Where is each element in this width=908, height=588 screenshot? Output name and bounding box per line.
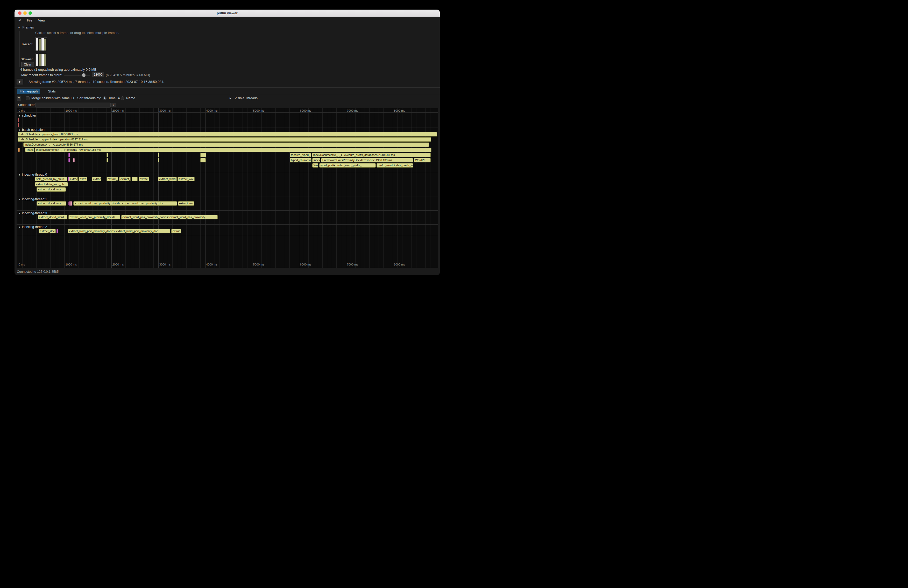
indent-guide xyxy=(19,31,20,67)
scope-span[interactable]: index xyxy=(312,158,320,162)
scope-span[interactable] xyxy=(56,229,58,233)
play-button[interactable]: ▶ xyxy=(16,79,23,84)
clear-button[interactable]: Clear xyxy=(21,62,34,67)
scope-filter-label: Scope filter: xyxy=(18,103,36,107)
close-window-icon[interactable] xyxy=(18,11,21,15)
thread-header-scheduler[interactable]: ▼scheduler xyxy=(18,114,36,117)
max-frames-slider[interactable] xyxy=(64,75,90,76)
scope-span[interactable]: extract_ xyxy=(119,177,131,182)
scope-span[interactable] xyxy=(68,153,70,157)
app-menu-icon[interactable]: ✳ xyxy=(18,18,21,22)
max-frames-note: (≈ 23428.5 minutes, ≈ 68 MB) xyxy=(106,73,150,77)
scope-span[interactable] xyxy=(200,153,206,157)
scope-span[interactable] xyxy=(132,177,138,182)
frame-bar[interactable] xyxy=(44,39,47,50)
scope-span[interactable]: extract_wo xyxy=(178,201,194,206)
scope-span[interactable]: IndexScheduler>::process_batch 8953.821 … xyxy=(18,132,438,137)
scope-span[interactable] xyxy=(200,158,206,162)
scope-span[interactable]: extract_ xyxy=(106,177,118,182)
sort-option-time[interactable]: Time ⬇ xyxy=(103,96,120,100)
scope-span[interactable]: prefix_word::index_prefix_wo xyxy=(377,163,413,168)
merge-children-checkbox[interactable]: Merge children with same ID xyxy=(26,96,74,100)
max-frames-value[interactable]: 18000 xyxy=(92,72,104,77)
scope-span[interactable]: extract_word_pair_proximity_docids xyxy=(68,215,120,219)
scope-span[interactable] xyxy=(158,153,159,157)
scope-span[interactable]: receive_typed_ xyxy=(290,153,311,157)
collapse-triangle-icon: ▼ xyxy=(18,129,21,131)
scope-span[interactable]: extra xyxy=(79,177,87,182)
scope-span[interactable]: extract xyxy=(138,177,149,182)
frame-bar[interactable] xyxy=(39,39,41,50)
frame-bar[interactable] xyxy=(44,55,47,66)
scope-span[interactable]: extract_doc xyxy=(39,229,56,233)
scope-span[interactable]: WordPr xyxy=(414,158,431,162)
scope-span[interactable] xyxy=(71,201,72,206)
scope-span[interactable]: IndexScheduler>::apply_index_operation 8… xyxy=(18,137,431,142)
axis-tick-label: 1000 ms xyxy=(66,109,77,112)
scope-span[interactable]: extract_docid_wor xyxy=(37,201,66,206)
scope-span[interactable]: extract_wo xyxy=(177,177,195,182)
slowest-frames-thumbnail[interactable] xyxy=(35,53,47,67)
tab-stats[interactable]: Stats xyxy=(45,88,58,94)
menu-bar: ✳ File View xyxy=(14,17,440,24)
slider-knob[interactable] xyxy=(82,73,85,77)
axis-tick-label: 4000 ms xyxy=(206,263,218,266)
menu-item-view[interactable]: View xyxy=(38,18,45,22)
tab-flamegraph[interactable]: Flamegraph xyxy=(17,88,40,94)
scope-span[interactable]: Trans xyxy=(25,148,34,152)
thread-header-indexing-thread:2[interactable]: ▼indexing-thread:2 xyxy=(18,225,47,229)
scope-span[interactable] xyxy=(68,158,70,162)
sort-option-name[interactable]: Name xyxy=(121,96,135,100)
scope-span[interactable]: extract_word xyxy=(158,177,177,182)
menu-item-file[interactable]: File xyxy=(27,18,32,22)
axis-tick-label: 1000 ms xyxy=(66,263,77,266)
frame-bar[interactable] xyxy=(39,54,41,66)
flamegraph-canvas[interactable]: 0 ms0 ms1000 ms1000 ms2000 ms2000 ms3000… xyxy=(16,108,438,268)
scope-span[interactable]: IndexDocuments<_, _>::execute_prefix_dat… xyxy=(312,153,431,157)
help-button[interactable]: ? xyxy=(16,96,21,101)
scope-span[interactable]: split_grenad_by_chun xyxy=(35,177,67,182)
frame-bar[interactable] xyxy=(42,54,44,66)
scope-span[interactable]: extract_word_pair_proximity_docids::extr… xyxy=(73,201,177,206)
visible-threads-header[interactable]: ▶ Visible Threads xyxy=(230,96,258,100)
scope-span[interactable]: IndexDocuments<_, _>::execute_raw 8459.1… xyxy=(35,148,431,152)
scope-span[interactable]: extrac xyxy=(92,177,101,182)
scope-span[interactable]: IndexDocuments<_, _>::execute 8656.677 m… xyxy=(23,143,429,147)
scope-span[interactable]: typed_chunk::w xyxy=(290,158,311,162)
scope-span[interactable]: extract_word_pair_proximity_docids::extr… xyxy=(121,215,218,219)
frame-bar[interactable] xyxy=(36,38,39,50)
scope-span[interactable]: word_prefix::index_word_prefix_ xyxy=(319,163,376,168)
frame-bar[interactable] xyxy=(36,54,39,66)
scope-span[interactable]: extract xyxy=(69,177,78,182)
scope-span[interactable] xyxy=(18,123,19,127)
scope-span[interactable]: extract_docid_wor xyxy=(37,187,66,192)
scope-filter-row: Scope filter: x xyxy=(14,102,440,108)
zoom-window-icon[interactable] xyxy=(29,11,32,15)
thread-header-indexing-thread:1[interactable]: ▼indexing-thread:1 xyxy=(18,198,47,201)
clear-filter-button[interactable]: x xyxy=(111,103,116,107)
thread-header-batch-operation[interactable]: ▼batch-operation xyxy=(18,128,45,132)
minimize-window-icon[interactable] xyxy=(23,11,27,15)
scope-span[interactable] xyxy=(158,158,159,162)
frame-bar[interactable] xyxy=(42,38,44,50)
scope-span[interactable] xyxy=(18,117,19,122)
scope-span[interactable]: extract::data_from_ob xyxy=(35,182,68,186)
scope-span[interactable] xyxy=(73,158,75,162)
thread-header-indexing-thread:3[interactable]: ▼indexing-thread:3 xyxy=(18,211,47,215)
scope-span[interactable] xyxy=(106,158,108,162)
frames-section-header[interactable]: ▼ Frames xyxy=(18,26,34,29)
scope-filter-input[interactable] xyxy=(35,103,111,108)
recent-frames-thumbnail[interactable] xyxy=(35,37,47,51)
axis-tick-label: 4000 ms xyxy=(206,109,218,112)
scope-span[interactable]: extrac xyxy=(171,229,181,233)
axis-tick-label: 8000 ms xyxy=(394,263,405,266)
sort-option-time-label: Time xyxy=(108,96,116,100)
scope-span[interactable]: extract_word_pair_proximity_docids::extr… xyxy=(68,229,171,233)
scope-span[interactable]: PrefixWordPairsProximityDocids::execute … xyxy=(321,158,413,162)
scope-span[interactable] xyxy=(106,153,108,157)
scope-span[interactable] xyxy=(18,148,20,152)
thread-header-indexing-thread:0[interactable]: ▼indexing-thread:0 xyxy=(18,173,47,177)
scope-span[interactable]: extract_docid_word xyxy=(38,215,68,219)
thread-separator-line xyxy=(16,224,438,225)
scope-span[interactable]: Word xyxy=(312,163,319,168)
